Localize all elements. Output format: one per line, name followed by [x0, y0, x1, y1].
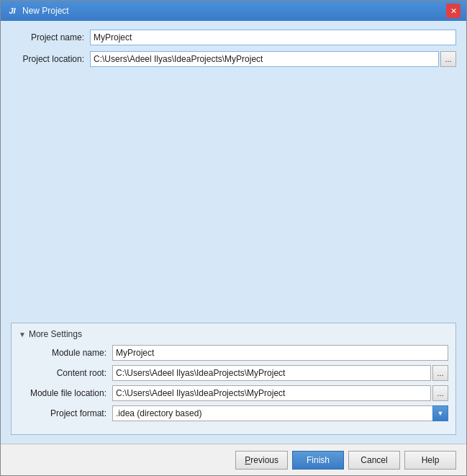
title-bar: JI New Project ✕ [1, 1, 466, 21]
help-button[interactable]: Help [404, 451, 456, 470]
project-name-input[interactable] [90, 30, 456, 45]
project-location-input[interactable] [90, 51, 439, 67]
content-root-browse-button[interactable]: ... [432, 365, 448, 381]
spacer [11, 73, 456, 320]
content-root-row: Content root: ... [19, 365, 448, 381]
project-format-label: Project format: [19, 408, 112, 418]
project-location-label: Project location: [11, 54, 90, 64]
content-root-label: Content root: [19, 368, 112, 378]
module-name-row: Module name: [19, 345, 448, 361]
project-location-browse-button[interactable]: ... [440, 51, 456, 67]
project-name-row: Project name: [11, 30, 456, 45]
project-format-row: Project format: .idea (directory based) … [19, 405, 448, 421]
project-location-row: Project location: ... [11, 51, 456, 67]
cancel-button[interactable]: Cancel [348, 451, 400, 470]
help-button-label: Help [422, 455, 440, 465]
module-file-location-row: Module file location: ... [19, 385, 448, 401]
previous-button[interactable]: Previous [235, 451, 288, 470]
title-bar-left: JI New Project [6, 5, 69, 17]
window-title: New Project [22, 6, 69, 16]
app-icon: JI [6, 5, 18, 17]
close-button[interactable]: ✕ [446, 4, 461, 18]
content-area: Project name: Project location: ... ▼ Mo… [1, 21, 466, 444]
project-format-select-wrapper: .idea (directory based) ▼ [112, 405, 448, 421]
content-root-input[interactable] [112, 365, 431, 381]
collapse-icon: ▼ [19, 331, 26, 338]
module-name-input[interactable] [112, 345, 448, 361]
module-file-location-browse-button[interactable]: ... [432, 385, 448, 401]
module-file-location-label: Module file location: [19, 388, 112, 398]
more-settings-section: ▼ More Settings Module name: Content roo… [11, 323, 456, 435]
more-settings-header[interactable]: ▼ More Settings [19, 329, 448, 339]
project-name-label: Project name: [11, 32, 90, 42]
module-file-location-input[interactable] [112, 385, 431, 401]
new-project-window: JI New Project ✕ Project name: Project l… [0, 0, 467, 476]
finish-button[interactable]: Finish [292, 451, 344, 470]
previous-button-label: Previous [245, 455, 278, 465]
project-format-select[interactable]: .idea (directory based) [112, 405, 448, 421]
module-name-label: Module name: [19, 348, 112, 358]
more-settings-label: More Settings [29, 329, 82, 339]
finish-button-label: Finish [307, 455, 330, 465]
button-bar: Previous Finish Cancel Help [1, 444, 466, 475]
cancel-button-label: Cancel [361, 455, 387, 465]
